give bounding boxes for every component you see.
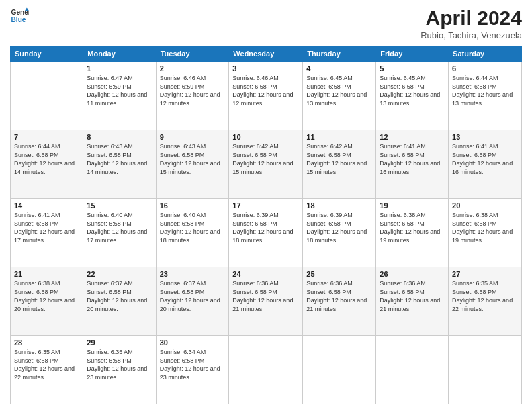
table-row: 18Sunrise: 6:39 AMSunset: 6:58 PMDayligh… [303, 199, 376, 267]
table-row [229, 336, 303, 404]
day-number: 11 [306, 133, 372, 141]
day-info: Sunrise: 6:38 AMSunset: 6:58 PMDaylight:… [380, 211, 445, 244]
day-info: Sunrise: 6:36 AMSunset: 6:58 PMDaylight:… [232, 279, 299, 313]
table-row: 13Sunrise: 6:41 AMSunset: 6:58 PMDayligh… [449, 130, 522, 199]
table-row: 21Sunrise: 6:38 AMSunset: 6:58 PMDayligh… [11, 267, 83, 336]
day-info: Sunrise: 6:38 AMSunset: 6:58 PMDaylight:… [14, 279, 79, 313]
day-number: 15 [87, 201, 152, 210]
day-info: Sunrise: 6:37 AMSunset: 6:58 PMDaylight:… [87, 279, 152, 313]
table-row: 2Sunrise: 6:46 AMSunset: 6:59 PMDaylight… [156, 62, 229, 130]
table-row: 23Sunrise: 6:37 AMSunset: 6:58 PMDayligh… [156, 267, 229, 336]
table-row [376, 336, 449, 404]
table-row: 11Sunrise: 6:42 AMSunset: 6:58 PMDayligh… [303, 130, 376, 199]
calendar-week-1: 7Sunrise: 6:44 AMSunset: 6:58 PMDaylight… [11, 130, 522, 199]
table-row: 24Sunrise: 6:36 AMSunset: 6:58 PMDayligh… [229, 267, 303, 336]
table-row: 8Sunrise: 6:43 AMSunset: 6:58 PMDaylight… [83, 130, 156, 199]
table-row: 6Sunrise: 6:44 AMSunset: 6:58 PMDaylight… [449, 62, 522, 130]
logo-icon: General Blue [10, 7, 29, 26]
day-info: Sunrise: 6:35 AMSunset: 6:58 PMDaylight:… [87, 348, 152, 381]
day-number: 9 [160, 133, 226, 141]
col-thursday: Thursday [303, 46, 376, 62]
day-number: 14 [14, 201, 79, 210]
table-row: 12Sunrise: 6:41 AMSunset: 6:58 PMDayligh… [376, 130, 449, 199]
col-tuesday: Tuesday [156, 46, 229, 62]
day-number: 22 [87, 270, 152, 278]
day-number: 27 [452, 270, 518, 278]
day-number: 5 [380, 64, 445, 73]
main-title: April 2024 [420, 7, 522, 29]
calendar-week-2: 14Sunrise: 6:41 AMSunset: 6:58 PMDayligh… [11, 199, 522, 267]
day-number: 1 [87, 64, 152, 73]
table-row [11, 62, 83, 130]
table-row: 25Sunrise: 6:36 AMSunset: 6:58 PMDayligh… [303, 267, 376, 336]
day-number: 16 [160, 201, 226, 210]
table-row: 19Sunrise: 6:38 AMSunset: 6:58 PMDayligh… [376, 199, 449, 267]
day-info: Sunrise: 6:45 AMSunset: 6:58 PMDaylight:… [380, 74, 445, 107]
day-info: Sunrise: 6:45 AMSunset: 6:58 PMDaylight:… [306, 74, 372, 107]
day-number: 19 [380, 201, 445, 210]
day-info: Sunrise: 6:35 AMSunset: 6:58 PMDaylight:… [14, 348, 79, 381]
table-row: 15Sunrise: 6:40 AMSunset: 6:58 PMDayligh… [83, 199, 156, 267]
table-row: 20Sunrise: 6:38 AMSunset: 6:58 PMDayligh… [449, 199, 522, 267]
calendar-week-0: 1Sunrise: 6:47 AMSunset: 6:59 PMDaylight… [11, 62, 522, 130]
day-number: 29 [87, 338, 152, 347]
day-number: 18 [306, 201, 372, 210]
col-saturday: Saturday [449, 46, 522, 62]
day-number: 6 [452, 64, 518, 73]
title-block: April 2024 Rubio, Tachira, Venezuela [420, 7, 522, 40]
day-number: 10 [232, 133, 299, 141]
table-row: 9Sunrise: 6:43 AMSunset: 6:58 PMDaylight… [156, 130, 229, 199]
calendar-week-3: 21Sunrise: 6:38 AMSunset: 6:58 PMDayligh… [11, 267, 522, 336]
day-info: Sunrise: 6:40 AMSunset: 6:58 PMDaylight:… [160, 211, 226, 244]
day-number: 13 [452, 133, 518, 141]
calendar-table: Sunday Monday Tuesday Wednesday Thursday… [10, 46, 522, 404]
day-info: Sunrise: 6:35 AMSunset: 6:58 PMDaylight:… [452, 279, 518, 313]
day-info: Sunrise: 6:41 AMSunset: 6:58 PMDaylight:… [14, 211, 79, 244]
day-number: 23 [160, 270, 226, 278]
col-sunday: Sunday [11, 46, 83, 62]
logo: General Blue [10, 7, 29, 26]
col-wednesday: Wednesday [229, 46, 303, 62]
day-number: 25 [306, 270, 372, 278]
day-number: 8 [87, 133, 152, 141]
day-number: 2 [160, 64, 226, 73]
day-info: Sunrise: 6:39 AMSunset: 6:58 PMDaylight:… [306, 211, 372, 244]
table-row [449, 336, 522, 404]
day-info: Sunrise: 6:44 AMSunset: 6:58 PMDaylight:… [452, 74, 518, 107]
day-number: 20 [452, 201, 518, 210]
day-info: Sunrise: 6:37 AMSunset: 6:58 PMDaylight:… [160, 279, 226, 313]
day-info: Sunrise: 6:43 AMSunset: 6:58 PMDaylight:… [160, 142, 226, 176]
day-info: Sunrise: 6:46 AMSunset: 6:59 PMDaylight:… [160, 74, 226, 107]
day-number: 28 [14, 338, 79, 347]
day-info: Sunrise: 6:44 AMSunset: 6:58 PMDaylight:… [14, 142, 79, 176]
day-number: 30 [160, 338, 226, 347]
day-number: 24 [232, 270, 299, 278]
day-number: 21 [14, 270, 79, 278]
header: General Blue April 2024 Rubio, Tachira, … [10, 7, 522, 40]
table-row: 16Sunrise: 6:40 AMSunset: 6:58 PMDayligh… [156, 199, 229, 267]
day-info: Sunrise: 6:38 AMSunset: 6:58 PMDaylight:… [452, 211, 518, 244]
table-row: 14Sunrise: 6:41 AMSunset: 6:58 PMDayligh… [11, 199, 83, 267]
day-info: Sunrise: 6:41 AMSunset: 6:58 PMDaylight:… [380, 142, 445, 176]
calendar-week-4: 28Sunrise: 6:35 AMSunset: 6:58 PMDayligh… [11, 336, 522, 404]
table-row: 22Sunrise: 6:37 AMSunset: 6:58 PMDayligh… [83, 267, 156, 336]
day-info: Sunrise: 6:39 AMSunset: 6:58 PMDaylight:… [232, 211, 299, 244]
day-number: 4 [306, 64, 372, 73]
col-monday: Monday [83, 46, 156, 62]
table-row: 29Sunrise: 6:35 AMSunset: 6:58 PMDayligh… [83, 336, 156, 404]
day-info: Sunrise: 6:42 AMSunset: 6:58 PMDaylight:… [232, 142, 299, 176]
day-info: Sunrise: 6:41 AMSunset: 6:58 PMDaylight:… [452, 142, 518, 176]
day-info: Sunrise: 6:47 AMSunset: 6:59 PMDaylight:… [87, 74, 152, 107]
day-number: 26 [380, 270, 445, 278]
col-friday: Friday [376, 46, 449, 62]
table-row: 3Sunrise: 6:46 AMSunset: 6:58 PMDaylight… [229, 62, 303, 130]
table-row: 28Sunrise: 6:35 AMSunset: 6:58 PMDayligh… [11, 336, 83, 404]
day-info: Sunrise: 6:46 AMSunset: 6:58 PMDaylight:… [232, 74, 299, 107]
day-number: 12 [380, 133, 445, 141]
day-info: Sunrise: 6:42 AMSunset: 6:58 PMDaylight:… [306, 142, 372, 176]
table-row: 17Sunrise: 6:39 AMSunset: 6:58 PMDayligh… [229, 199, 303, 267]
svg-text:Blue: Blue [11, 16, 26, 24]
table-row: 1Sunrise: 6:47 AMSunset: 6:59 PMDaylight… [83, 62, 156, 130]
page: General Blue April 2024 Rubio, Tachira, … [0, 0, 532, 411]
day-info: Sunrise: 6:40 AMSunset: 6:58 PMDaylight:… [87, 211, 152, 244]
